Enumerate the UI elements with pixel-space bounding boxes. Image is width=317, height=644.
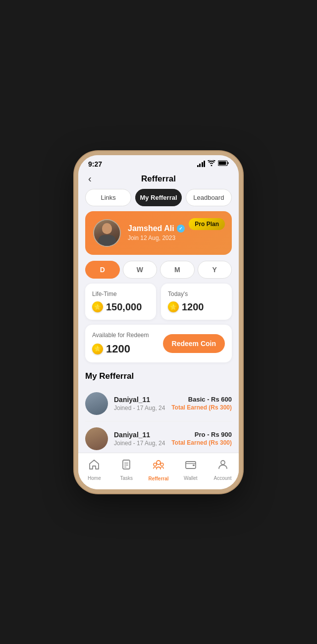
home-label: Home: [88, 475, 101, 481]
signal-icon: [197, 161, 206, 167]
referral-info-2: Daniyal_11 Joined - 17 Aug, 24: [114, 431, 165, 447]
referral-info-1: Daniyal_11 Joined - 17 Aug, 24: [114, 396, 165, 411]
redeem-label: Available for Redeem: [92, 332, 149, 339]
refferral-label: Refferral: [148, 476, 168, 481]
wallet-icon: [185, 459, 197, 473]
lifetime-stat-card: Life-Time ⭐ 150,000: [85, 284, 156, 320]
lifetime-value: ⭐ 150,000: [92, 301, 149, 313]
redeem-card: Available for Redeem ⭐ 1200 Redeem Coin: [85, 325, 232, 362]
refferral-icon: [152, 458, 165, 474]
status-bar: 9:27: [78, 155, 239, 170]
nav-account[interactable]: Account: [207, 457, 239, 483]
svg-point-8: [154, 463, 157, 466]
svg-point-12: [221, 461, 225, 465]
referral-earnings-1: Basic - Rs 600 Total Earned (Rs 300): [171, 396, 232, 411]
tab-links[interactable]: Links: [85, 189, 131, 206]
verified-badge: ✓: [177, 225, 185, 233]
referral-date-1: Joined - 17 Aug, 24: [114, 405, 165, 411]
tab-leadboard[interactable]: Leadboard: [186, 189, 232, 206]
wallet-label: Wallet: [184, 475, 197, 481]
tab-my-refferral[interactable]: My Refferral: [135, 189, 181, 206]
redeem-info: Available for Redeem ⭐ 1200: [92, 332, 149, 355]
redeem-button[interactable]: Redeem Coin: [163, 334, 225, 353]
svg-rect-1: [228, 162, 229, 164]
account-icon: [217, 459, 229, 473]
profile-join-date: Join 12 Aug, 2023: [128, 234, 224, 241]
redeem-value: ⭐ 1200: [92, 343, 149, 355]
coin-icon: ⭐: [92, 301, 103, 312]
lifetime-label: Life-Time: [92, 291, 149, 297]
svg-point-9: [160, 463, 163, 466]
svg-point-7: [157, 461, 160, 465]
referral-earned-2: Total Earned (Rs 300): [171, 439, 232, 446]
referral-earned-1: Total Earned (Rs 300): [171, 404, 232, 411]
nav-tasks[interactable]: Tasks: [110, 457, 143, 483]
status-time: 9:27: [88, 160, 102, 168]
profile-card: Jamshed Ali ✓ Join 12 Aug, 2023 Pro Plan: [85, 211, 232, 255]
referral-item: Daniyal_11 Joined - 17 Aug, 24 Basic - R…: [85, 386, 232, 421]
nav-refferral[interactable]: Refferral: [143, 456, 175, 483]
referral-section-title: My Refferral: [78, 369, 239, 386]
referral-plan-1: Basic - Rs 600: [171, 396, 232, 403]
period-btn-w[interactable]: W: [123, 261, 158, 279]
period-filter: D W M Y: [78, 261, 239, 284]
status-icons: [197, 160, 229, 168]
today-label: Today's: [168, 291, 225, 297]
page-title: Refferral: [141, 174, 176, 184]
avatar: [93, 219, 121, 247]
header: ‹ Refferral: [78, 170, 239, 189]
battery-icon: [218, 160, 229, 168]
bottom-nav: Home Tasks: [78, 453, 239, 489]
referral-username-1: Daniyal_11: [114, 396, 165, 404]
svg-rect-2: [219, 162, 226, 165]
tasks-label: Tasks: [120, 475, 133, 481]
referral-earnings-2: Pro - Rs 900 Total Earned (Rs 300): [171, 431, 232, 446]
coin-icon-redeem: ⭐: [92, 344, 103, 354]
back-button[interactable]: ‹: [88, 173, 92, 184]
tasks-icon: [120, 459, 132, 473]
nav-wallet[interactable]: Wallet: [174, 457, 207, 483]
account-label: Account: [214, 475, 232, 481]
referral-avatar-1: [85, 392, 108, 415]
referral-date-2: Joined - 17 Aug, 24: [114, 440, 165, 447]
tab-bar: Links My Refferral Leadboard: [78, 189, 239, 211]
wifi-icon: [208, 160, 215, 168]
today-stat-card: Today's ⭐ 1200: [161, 284, 232, 320]
referral-username-2: Daniyal_11: [114, 431, 165, 439]
referral-plan-2: Pro - Rs 900: [171, 431, 232, 438]
coin-icon-today: ⭐: [168, 301, 179, 312]
referral-avatar-2: [85, 427, 108, 450]
pro-plan-badge: Pro Plan: [189, 218, 225, 230]
svg-rect-11: [193, 465, 195, 466]
stats-row: Life-Time ⭐ 150,000 Today's ⭐ 1200: [78, 284, 239, 325]
period-btn-d[interactable]: D: [85, 261, 120, 279]
period-btn-m[interactable]: M: [160, 261, 195, 279]
svg-rect-3: [123, 460, 130, 469]
home-icon: [88, 459, 100, 473]
nav-home[interactable]: Home: [78, 457, 110, 483]
referral-item: Daniyal_11 Joined - 17 Aug, 24 Pro - Rs …: [85, 421, 232, 457]
today-value: ⭐ 1200: [168, 301, 225, 313]
period-btn-y[interactable]: Y: [198, 261, 232, 279]
